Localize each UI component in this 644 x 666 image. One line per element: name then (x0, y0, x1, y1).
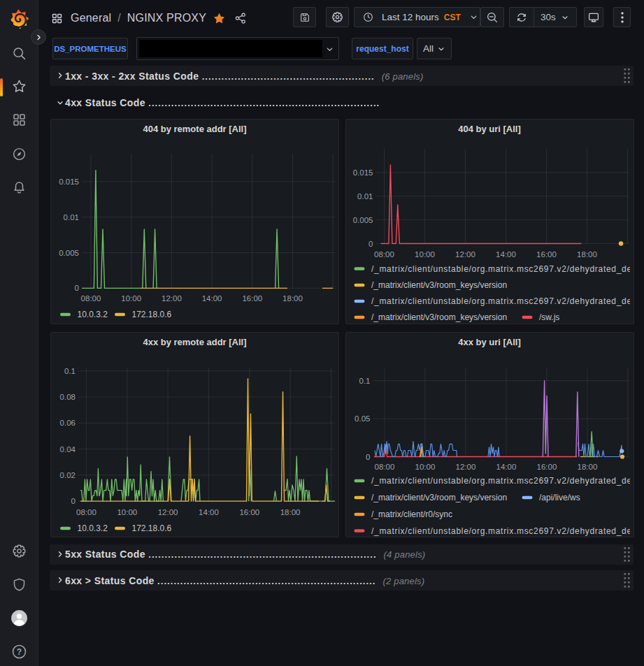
svg-text:/api/live/ws: /api/live/ws (539, 493, 580, 502)
svg-text:10.0.3.2: 10.0.3.2 (78, 523, 108, 533)
svg-text:/_matrix/client/unstable/org.m: /_matrix/client/unstable/org.matrix.msc2… (371, 296, 634, 306)
svg-text:172.18.0.6: 172.18.0.6 (132, 523, 172, 533)
svg-text:/_matrix/client/v3/room_keys/v: /_matrix/client/v3/room_keys/version (371, 312, 507, 322)
svg-text:/_matrix/client/v3/room_keys/v: /_matrix/client/v3/room_keys/version (371, 280, 507, 290)
svg-text:172.18.0.6: 172.18.0.6 (132, 310, 172, 319)
svg-text:/_matrix/client/unstable/org.m: /_matrix/client/unstable/org.matrix.msc2… (371, 264, 634, 274)
svg-text:/sw.js: /sw.js (539, 312, 559, 322)
svg-text:10.0.3.2: 10.0.3.2 (78, 310, 108, 319)
svg-text:/_matrix/client/unstable/org.m: /_matrix/client/unstable/org.matrix.msc2… (371, 526, 634, 535)
svg-text:/_matrix/client/v3/room_keys/v: /_matrix/client/v3/room_keys/version (371, 493, 507, 502)
svg-text:?: ? (17, 647, 22, 657)
svg-text:/_matrix/client/unstable/org.m: /_matrix/client/unstable/org.matrix.msc2… (371, 476, 634, 486)
svg-text:/_matrix/client/r0/sync: /_matrix/client/r0/sync (371, 509, 452, 519)
